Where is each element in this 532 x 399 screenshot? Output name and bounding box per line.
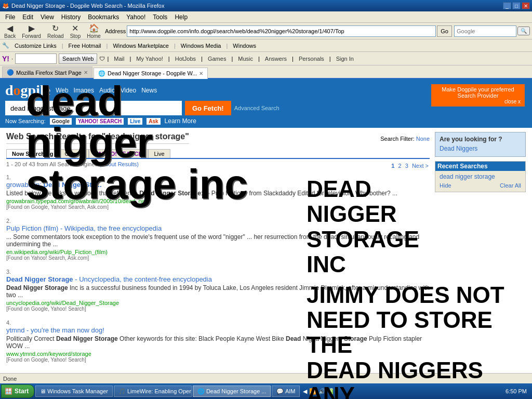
yahoo-sep3: |	[168, 56, 170, 62]
dogpile-search-input[interactable]	[5, 101, 182, 115]
close-button[interactable]: ✕	[522, 2, 530, 9]
tray-icons: ◀ 📶 🔊 🔋	[301, 388, 337, 395]
looking-item-0[interactable]: Dead Niggers	[440, 145, 521, 152]
title-bar-controls[interactable]: _ □ ✕	[503, 2, 530, 9]
menu-help[interactable]: Help	[171, 13, 191, 21]
start-button[interactable]: 🪟 Start	[1, 384, 34, 398]
looking-title: Are you looking for ?	[440, 136, 521, 143]
minimize-button[interactable]: _	[503, 2, 511, 9]
yahoo-sep5: |	[231, 56, 233, 62]
page-3-link[interactable]: 3	[405, 163, 408, 169]
forward-button[interactable]: ▶ Forward	[20, 23, 43, 39]
search-input[interactable]	[454, 25, 516, 37]
menu-tools[interactable]: Tools	[150, 13, 170, 21]
result-item: 2. Pulp Fiction (film) - Wikipedia, the …	[6, 217, 430, 261]
yahoo-hotjobs[interactable]: HotJobs	[172, 55, 199, 62]
dogpile-nav-video[interactable]: Video	[121, 87, 136, 94]
yahoo-personals[interactable]: Personals	[296, 55, 327, 62]
tab-dogpile[interactable]: 🌐 Dead Nigger Storage - Dogpile W... ✕	[94, 68, 208, 79]
dogpile-advanced-search-link[interactable]: Advanced Search	[234, 105, 280, 111]
result-title-4[interactable]: ytmnd - you're the man now dog!	[6, 326, 430, 334]
taskbar-dogpile[interactable]: 🌐 Dead Nigger Storage ...	[193, 385, 271, 397]
preferred-close[interactable]: close x	[435, 99, 521, 104]
reload-button[interactable]: ↻ Reload	[45, 23, 66, 39]
tab-close-firefox[interactable]: ✕	[84, 70, 88, 75]
are-you-looking-box: Are you looking for ? Dead Niggers	[435, 132, 526, 157]
aim-icon: 💬	[276, 388, 284, 395]
filter-none-link[interactable]: None	[416, 136, 430, 142]
bookmark-windows[interactable]: Windows	[230, 42, 259, 49]
bookmark-media[interactable]: Windows Media	[178, 42, 224, 49]
result-title-1[interactable]: growabrain: Dead Nigger Sto...	[6, 181, 430, 189]
tab-firefox-start[interactable]: 🔵 Mozilla Firefox Start Page ✕	[2, 66, 92, 78]
result-title-2[interactable]: Pulp Fiction (film) - Wikipedia, the fre…	[6, 224, 430, 232]
tray-sound-icon: 🔊	[318, 388, 326, 395]
ask-engine-logo: Ask	[147, 118, 160, 125]
engine-tab-live[interactable]: Live	[148, 149, 170, 158]
hide-link[interactable]: Hide	[440, 182, 451, 189]
yahoo-myyahoo[interactable]: My Yahoo!	[133, 55, 166, 62]
menu-yahoo[interactable]: Yahoo!	[123, 13, 149, 21]
next-page-link[interactable]: Next >	[412, 163, 429, 169]
result-snippet-1: Listed below are links to weblogs that r…	[6, 190, 430, 197]
yahoo-games[interactable]: Games	[205, 55, 229, 62]
engine-tabs: Now Searching Google YAHOO! SEARCH Live	[6, 149, 430, 159]
dogpile-nav-news[interactable]: News	[141, 87, 157, 94]
home-button[interactable]: 🏠 Home	[85, 23, 103, 39]
bookmark-hotmail[interactable]: Free Hotmail	[65, 42, 104, 49]
stop-button[interactable]: ✕ Stop	[68, 23, 83, 39]
dogpile-nav: dogpile Web Images Audio Video News	[5, 82, 280, 99]
go-button[interactable]: Go	[437, 25, 452, 37]
page-2-link[interactable]: 2	[398, 163, 402, 169]
dogpile-go-fetch-button[interactable]: Go Fetch!	[185, 101, 231, 115]
dogpile-header: dogpile Web Images Audio Video News Go F…	[0, 79, 532, 128]
bookmarks-bar: 🔧 Customize Links | Free Hotmail | Windo…	[0, 39, 532, 52]
yahoo-music[interactable]: Music	[235, 55, 256, 62]
home-icon: 🏠	[89, 23, 99, 33]
yahoo-sep4: |	[201, 56, 203, 62]
tray-network-icon: 📶	[309, 388, 316, 395]
dogpile-nav-web[interactable]: Web	[56, 87, 68, 94]
dogpile-nav-images[interactable]: Images	[74, 87, 94, 94]
menu-edit[interactable]: Edit	[19, 13, 36, 21]
engine-tab-yahoo[interactable]: YAHOO! SEARCH	[89, 149, 149, 158]
yahoo-search-input[interactable]	[15, 54, 57, 64]
menu-bookmarks[interactable]: Bookmarks	[85, 13, 122, 21]
tab-close-dogpile[interactable]: ✕	[199, 71, 203, 76]
clear-all-link[interactable]: Clear All	[500, 182, 521, 189]
start-icon: 🪟	[5, 388, 12, 395]
search-filter: Search Filter: None	[380, 136, 430, 142]
tray-arrow[interactable]: ◀	[303, 388, 307, 395]
taskbar-limewire[interactable]: 🎵 LimeWire: Enabling Open...	[114, 385, 192, 397]
dogpile-nav-audio[interactable]: Audio	[99, 87, 115, 94]
maximize-button[interactable]: □	[512, 2, 521, 9]
menu-file[interactable]: File	[2, 13, 18, 21]
bookmark-customize[interactable]: Customize Links	[11, 42, 60, 49]
window-title: Dead Nigger Storage - Dogpile Web Search…	[11, 3, 164, 9]
result-sources-3: [Found on Google, Yahoo! Search]	[6, 306, 430, 312]
result-snippet-2: ... Some commentators took exception to …	[6, 233, 430, 248]
menu-view[interactable]: View	[37, 13, 57, 21]
tab-icon-dogpile: 🌐	[98, 70, 105, 77]
preferred-text: Make Dogpile your preferred Search Provi…	[435, 86, 521, 99]
yahoo-mail[interactable]: Mail	[111, 55, 127, 62]
taskbar-aim[interactable]: 💬 AIM	[272, 385, 300, 397]
search-go-button[interactable]: 🔍	[517, 26, 530, 35]
address-input[interactable]	[127, 25, 436, 37]
title-bar: 🦊 Dead Nigger Storage - Dogpile Web Sear…	[0, 0, 532, 11]
yahoo-search-web-button[interactable]: Search Web	[59, 54, 97, 64]
bookmark-marketplace[interactable]: Windows Marketplace	[110, 42, 172, 49]
result-title-3[interactable]: Dead Nigger Storage - Uncyclopedia, the …	[6, 275, 430, 283]
engine-tab-now[interactable]: Now Searching	[6, 149, 59, 158]
yahoo-answers[interactable]: Answers	[262, 55, 290, 62]
yahoo-signin[interactable]: Sign In	[333, 55, 357, 62]
recent-item-0[interactable]: dead nigger storage	[440, 173, 521, 180]
back-button[interactable]: ◀ Back	[2, 23, 18, 39]
menu-history[interactable]: History	[58, 13, 84, 21]
engine-tab-google[interactable]: Google	[59, 149, 88, 158]
browser-icon: 🦊	[2, 3, 9, 9]
learn-more-link[interactable]: Learn More	[165, 117, 196, 125]
preferred-banner[interactable]: Make Dogpile your preferred Search Provi…	[431, 84, 525, 107]
about-results-link[interactable]: (About Results)	[99, 161, 139, 167]
taskbar-task-manager[interactable]: 🖥 Windows Task Manager	[35, 385, 113, 397]
